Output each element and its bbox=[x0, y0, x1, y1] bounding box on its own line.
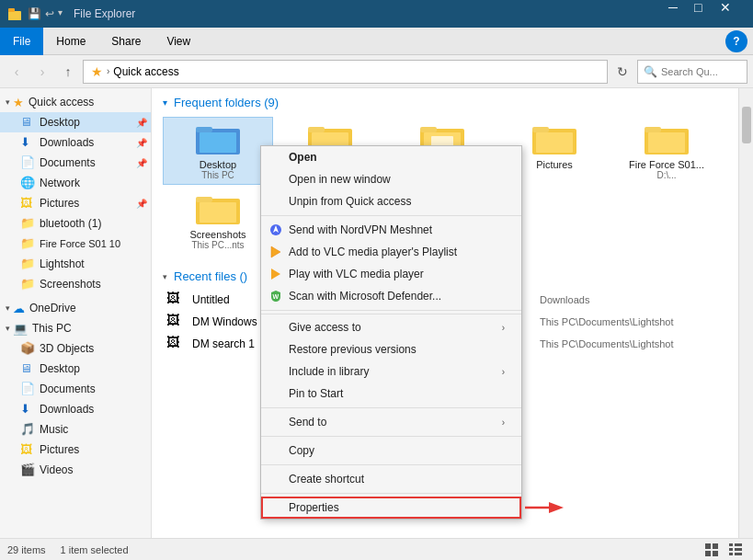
ctx-send-to[interactable]: Send to › bbox=[261, 411, 521, 433]
ctx-give-access-label: Give access to bbox=[289, 321, 361, 334]
ctx-vlc-playlist-label: Add to VLC media player's Playlist bbox=[289, 246, 457, 258]
ctx-restore-label: Restore previous versions bbox=[289, 343, 416, 356]
svg-marker-32 bbox=[271, 246, 280, 257]
vlc-playlist-icon bbox=[268, 245, 283, 259]
context-menu-overlay: Open Open in new window Unpin from Quick… bbox=[0, 0, 753, 560]
ctx-give-access[interactable]: Give access to › bbox=[261, 314, 521, 338]
ctx-vlc-playlist[interactable]: Add to VLC media player's Playlist bbox=[261, 241, 521, 263]
ctx-sep-3 bbox=[261, 407, 521, 408]
ctx-open-new-window[interactable]: Open in new window bbox=[261, 168, 521, 190]
ctx-include-library-label: Include in library bbox=[289, 365, 369, 378]
ctx-copy-label: Copy bbox=[289, 444, 314, 457]
svg-marker-34 bbox=[271, 269, 280, 280]
context-menu: Open Open in new window Unpin from Quick… bbox=[260, 145, 522, 520]
svg-text:W: W bbox=[273, 293, 280, 300]
ctx-defender[interactable]: W Scan with Microsoft Defender... bbox=[261, 285, 521, 307]
ctx-open-label: Open bbox=[289, 151, 317, 164]
ctx-restore[interactable]: Restore previous versions bbox=[261, 338, 521, 360]
ctx-pin-start-label: Pin to Start bbox=[289, 387, 343, 400]
ctx-nordvpn-label: Send with NordVPN Meshnet bbox=[289, 223, 432, 236]
ctx-sep-5 bbox=[261, 464, 521, 465]
ctx-give-access-arrow: › bbox=[502, 323, 505, 333]
vlc-play-icon bbox=[268, 267, 283, 281]
ctx-sep-4 bbox=[261, 436, 521, 437]
properties-arrow-icon bbox=[523, 498, 565, 517]
ctx-open-new-window-label: Open in new window bbox=[289, 173, 391, 186]
ctx-defender-label: Scan with Microsoft Defender... bbox=[289, 290, 441, 303]
ctx-unpin[interactable]: Unpin from Quick access bbox=[261, 190, 521, 212]
ctx-nordvpn[interactable]: Send with NordVPN Meshnet bbox=[261, 219, 521, 241]
ctx-sep-6 bbox=[261, 493, 521, 494]
ctx-create-shortcut-label: Create shortcut bbox=[289, 473, 364, 486]
ctx-sep-1 bbox=[261, 215, 521, 216]
ctx-library-arrow: › bbox=[502, 367, 505, 377]
nordvpn-icon bbox=[268, 223, 283, 237]
ctx-open[interactable]: Open bbox=[261, 146, 521, 168]
ctx-pin-start[interactable]: Pin to Start bbox=[261, 383, 521, 405]
ctx-send-to-label: Send to bbox=[289, 416, 326, 429]
ctx-sep-2 bbox=[261, 310, 521, 311]
ctx-properties-label: Properties bbox=[289, 501, 339, 514]
ctx-include-library[interactable]: Include in library › bbox=[261, 360, 521, 383]
svg-marker-37 bbox=[549, 502, 564, 513]
ctx-vlc-play[interactable]: Play with VLC media player bbox=[261, 263, 521, 285]
ctx-vlc-play-label: Play with VLC media player bbox=[289, 268, 424, 280]
defender-icon: W bbox=[268, 289, 283, 303]
ctx-unpin-label: Unpin from Quick access bbox=[289, 195, 411, 208]
ctx-properties[interactable]: Properties bbox=[261, 497, 521, 519]
ctx-create-shortcut[interactable]: Create shortcut bbox=[261, 468, 521, 490]
ctx-sendto-arrow: › bbox=[502, 417, 505, 428]
ctx-copy[interactable]: Copy bbox=[261, 440, 521, 462]
